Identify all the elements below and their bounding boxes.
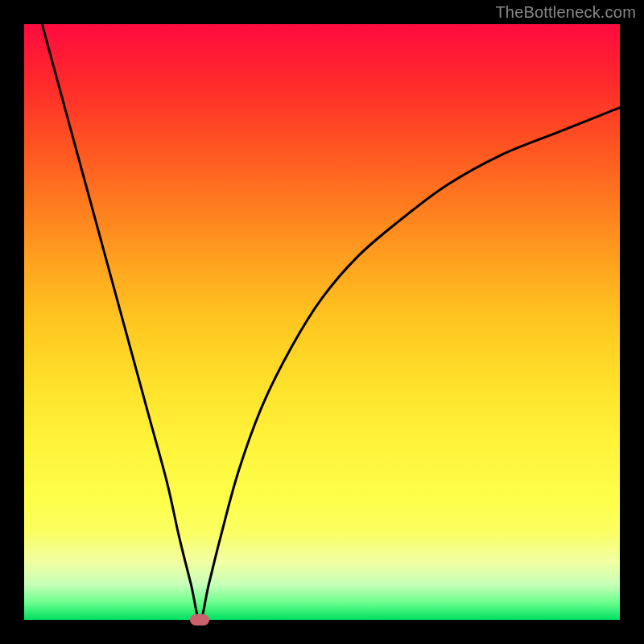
watermark-text: TheBottleneck.com (495, 3, 636, 22)
chart-frame: TheBottleneck.com (0, 0, 644, 644)
curve-path (42, 24, 620, 620)
plot-area (24, 24, 620, 620)
bottleneck-curve (24, 24, 620, 620)
optimal-marker (190, 614, 209, 625)
